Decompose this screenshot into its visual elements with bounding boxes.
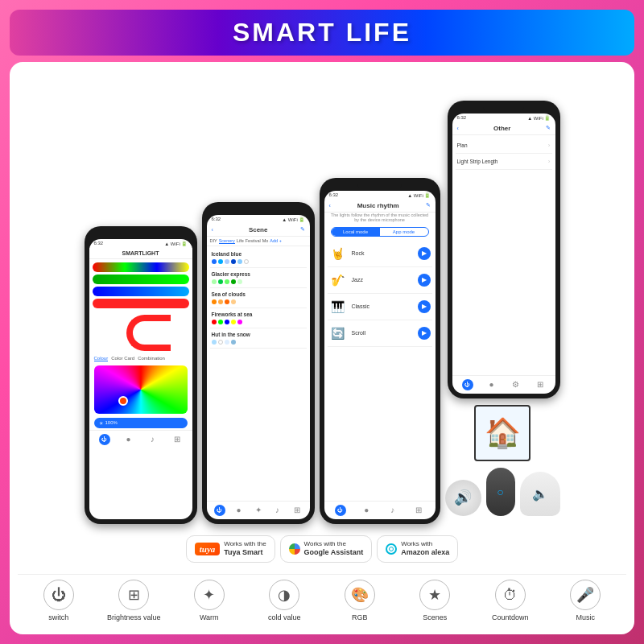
phone2-header: ‹ Scene ✎ — [207, 224, 310, 237]
phone1-status: 6:32 ▲ WiFi 🔋 — [89, 239, 192, 248]
phone4-settings-icon[interactable]: ⚙ — [510, 379, 522, 390]
scene-name-iceland: Iceland blue — [212, 251, 305, 257]
tab-diy[interactable]: DIY — [210, 238, 217, 244]
music-item-rock[interactable]: 🤘 Rock ▶ — [328, 241, 432, 267]
phone1-bottom-bar: ⏻ ● ♪ ⊞ — [89, 430, 192, 448]
phone4-grid-icon[interactable]: ⊞ — [535, 379, 546, 390]
music-item-jazz[interactable]: 🎷 Jazz ▶ — [328, 267, 432, 294]
google-home-speaker: 🔈 — [520, 472, 560, 516]
brightness-icon: ☀ — [99, 420, 103, 426]
rock-name: Rock — [352, 250, 413, 256]
phone3-grid-icon[interactable]: ⊞ — [413, 505, 424, 516]
jazz-play-btn[interactable]: ▶ — [418, 274, 431, 287]
dot-icon[interactable]: ● — [123, 434, 134, 445]
phone2-dot-icon[interactable]: ● — [233, 505, 245, 516]
brightness-label: Brightness value — [107, 613, 161, 621]
dot — [218, 299, 223, 304]
local-mode-tab[interactable]: Local mode — [332, 228, 380, 236]
tab-festival[interactable]: Festival — [246, 238, 261, 244]
scene-name-clouds: Sea of clouds — [212, 291, 305, 297]
phone4-icons: ▲ WiFi 🔋 — [527, 115, 550, 121]
tab-scenery[interactable]: Scenery — [219, 238, 235, 244]
back-arrow[interactable]: ‹ — [212, 227, 213, 233]
scroll-play-btn[interactable]: ▶ — [418, 327, 431, 340]
phone4-status: 6:32 ▲ WiFi 🔋 — [452, 114, 555, 122]
dot — [212, 320, 217, 324]
phone3-dot-icon[interactable]: ● — [361, 505, 372, 516]
scene-item-glacier[interactable]: Glacier express — [210, 268, 307, 288]
hut-dots — [212, 340, 305, 345]
qr-home-icon: 🏠 — [485, 416, 521, 450]
tuya-line1: Works with the — [224, 540, 266, 548]
switch-icon: ⏻ — [43, 580, 74, 610]
phone3-music-note[interactable]: ♪ — [387, 505, 398, 516]
music-icon-circle: 🎤 — [570, 580, 601, 610]
feature-switch: ⏻ switch — [21, 580, 97, 621]
scenes-label: Scenes — [423, 613, 447, 621]
light-strip-chevron: › — [548, 158, 551, 165]
scene-item-clouds[interactable]: Sea of clouds — [210, 288, 307, 308]
phone3-power-btn[interactable]: ⏻ — [335, 505, 346, 516]
outer-container: SMART LIFE 6:32 ▲ WiFi 🔋 SMARTLIGHT — [0, 0, 644, 644]
app-mode-tab[interactable]: App mode — [380, 228, 428, 236]
grid-icon[interactable]: ⊞ — [171, 434, 183, 445]
dot — [212, 299, 217, 304]
music-icon[interactable]: ♪ — [147, 434, 159, 445]
dot — [225, 320, 229, 324]
phone2-grid-icon[interactable]: ⊞ — [291, 505, 303, 516]
dot — [231, 340, 236, 345]
phone1-screen: 6:32 ▲ WiFi 🔋 SMARTLIGHT Colour — [89, 239, 192, 519]
tab-colour[interactable]: Colour — [94, 356, 109, 361]
scene-name-hut: Hut in the snow — [212, 332, 305, 337]
dot — [218, 340, 223, 345]
features-row: ⏻ switch ⊞ Brightness value ✦ Warm ◑ col… — [18, 574, 626, 626]
classic-icon: 🎹 — [329, 298, 347, 316]
tab-life[interactable]: Life — [237, 238, 244, 244]
scene-item-iceland[interactable]: Iceland blue — [210, 248, 307, 268]
edit-icon[interactable]: ✎ — [300, 226, 305, 233]
color-picker-handle[interactable] — [118, 396, 128, 406]
dot — [231, 259, 236, 264]
phone4-bottom-bar: ⏻ ● ⚙ ⊞ — [452, 375, 555, 394]
phone4-header: ‹ Other ✎ — [452, 122, 555, 135]
classic-play-btn[interactable]: ▶ — [418, 300, 431, 313]
google-text: Works with the Google Assistant — [304, 540, 364, 558]
music-item-classic[interactable]: 🎹 Classic ▶ — [328, 294, 432, 320]
music-item-scroll[interactable]: 🔄 Scroll ▶ — [328, 320, 432, 347]
phone2-scene-icon[interactable]: ✦ — [253, 505, 264, 516]
glacier-dots — [212, 279, 305, 284]
tab-mo[interactable]: Mo — [262, 238, 269, 244]
tuya-line2: Tuya Smart — [224, 548, 262, 556]
feature-music: 🎤 Music — [548, 580, 624, 621]
phone2-time: 6:32 — [212, 217, 221, 222]
rock-play-btn[interactable]: ▶ — [418, 247, 431, 260]
rock-icon: 🤘 — [329, 245, 347, 262]
warm-label: Warm — [200, 613, 219, 621]
phone4-edit[interactable]: ✎ — [546, 125, 551, 131]
scene-item-fireworks[interactable]: Fireworks at sea — [210, 308, 307, 328]
phone1-notch — [120, 231, 161, 237]
switch-label: switch — [48, 613, 68, 621]
google-badge: Works with the Google Assistant — [280, 535, 373, 563]
setting-plan[interactable]: Plan › — [456, 138, 552, 154]
google-home-icon: 🔈 — [532, 486, 548, 502]
tab-combination[interactable]: Combination — [138, 356, 165, 361]
phone4-dot-icon[interactable]: ● — [486, 379, 497, 390]
color-picker[interactable] — [94, 365, 188, 414]
power-btn[interactable]: ⏻ — [99, 434, 110, 445]
tab-color-card[interactable]: Color Card — [111, 356, 134, 361]
phone3-time: 6:32 — [329, 192, 339, 198]
setting-light-strip[interactable]: Light Strip Length › — [456, 154, 552, 170]
phone4-power-btn[interactable]: ⏻ — [462, 379, 473, 390]
add-btn[interactable]: Add + — [270, 238, 282, 244]
phone2-music-icon[interactable]: ♪ — [272, 505, 283, 516]
main-content: 6:32 ▲ WiFi 🔋 SMARTLIGHT Colour — [10, 62, 634, 634]
phone3-bottom-bar: ⏻ ● ♪ ⊞ — [324, 501, 436, 519]
scene-item-hut[interactable]: Hut in the snow — [210, 328, 307, 349]
dot — [225, 279, 229, 284]
phone2-screen: 6:32 ▲ WiFi 🔋 ‹ Scene ✎ DIY Scenery Life… — [207, 215, 310, 519]
phone3-title: Music rhythm — [331, 202, 426, 209]
phone3-edit[interactable]: ✎ — [426, 202, 431, 208]
phone2-power-btn[interactable]: ⏻ — [214, 505, 225, 516]
scroll-icon: 🔄 — [329, 324, 347, 342]
